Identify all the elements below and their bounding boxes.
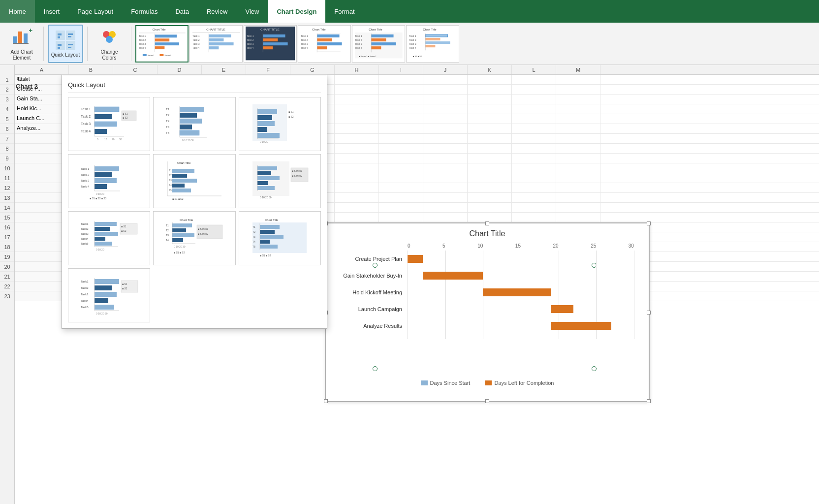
cell-15-7[interactable] [335,213,379,222]
cell-4-8[interactable] [379,104,423,114]
cell-12-10[interactable] [468,183,512,192]
cell-10-11[interactable] [512,163,556,173]
cell-14-12[interactable] [556,203,600,212]
ql-item-8[interactable]: Chart Title T1 T2 T3 T4 [153,211,235,265]
cell-8-8[interactable] [379,144,423,153]
cell-8-0[interactable] [15,144,69,153]
cell-9-8[interactable] [379,154,423,163]
cell-3-8[interactable] [379,94,423,104]
cell-4-12[interactable] [556,104,600,114]
cell-13-10[interactable] [468,193,512,202]
cell-2-9[interactable] [423,85,468,94]
tab-review[interactable]: Review [198,0,237,23]
tab-page-layout[interactable]: Page Layout [68,0,122,23]
ql-item-1[interactable]: Task 1 Task 2 Task 3 Task 4 ■ S1 ■ S2 0 … [68,97,150,151]
cell-14-10[interactable] [468,203,512,212]
cell-9-7[interactable] [335,154,379,163]
ql-item-7[interactable]: Task1 Task2 Task3 Task4 Task5 ■ S1 ■ S2 … [68,211,150,265]
cell-5-12[interactable] [556,114,600,124]
cell-8-11[interactable] [512,144,556,153]
tab-home[interactable]: Home [0,0,35,23]
cell-11-10[interactable] [468,173,512,183]
tab-data[interactable]: Data [166,0,197,23]
cell-8-10[interactable] [468,144,512,153]
cell-4-0[interactable]: Hold Kic... [15,104,69,114]
cell-2-8[interactable] [379,85,423,94]
cell-9-10[interactable] [468,154,512,163]
cell-8-9[interactable] [423,144,468,153]
ql-item-4[interactable]: Task 1 Task 2 Task 3 Task 4 0 10 20 ■ S1… [68,154,150,208]
cell-7-12[interactable] [556,134,600,143]
cell-14-8[interactable] [379,203,423,212]
cell-5-11[interactable] [512,114,556,124]
cell-7-9[interactable] [423,134,468,143]
cell-3-0[interactable]: Gain Sta... [15,94,69,104]
cell-3-9[interactable] [423,94,468,104]
cell-4-7[interactable] [335,104,379,114]
cell-10-7[interactable] [335,163,379,173]
cell-2-12[interactable] [556,85,600,94]
chart-style-5[interactable]: Chart Title Task 1 Task 2 Task 3 Task 4 … [352,25,405,63]
ql-item-6[interactable]: ■ Series1 ■ Series2 0 10 20 30 [239,154,321,208]
cell-18-0[interactable] [15,242,69,252]
cell-14-11[interactable] [512,203,556,212]
cell-3-10[interactable] [468,94,512,104]
cell-3-12[interactable] [556,94,600,104]
chart-style-4[interactable]: Chart Title Task 1 Task 2 Task 3 Task 4 [298,25,351,63]
cell-12-7[interactable] [335,183,379,192]
ql-item-10[interactable]: Task1 Task2 Task3 Task4 Task5 ■ S1 ■ S2 … [68,268,150,322]
cell-4-9[interactable] [423,104,468,114]
cell-17-0[interactable] [15,232,69,242]
cell-23-0[interactable] [15,291,69,301]
cell-5-10[interactable] [468,114,512,124]
change-colors-button[interactable]: ChangeColors [92,25,127,63]
chart-style-6[interactable]: Chart Title Task 1 Task 2 Task 3 Task 4 … [406,25,459,63]
cell-13-12[interactable] [556,193,600,202]
cell-1-9[interactable] [423,75,468,84]
cell-6-0[interactable]: Analyze... [15,124,69,133]
cell-2-10[interactable] [468,85,512,94]
cell-6-9[interactable] [423,124,468,133]
cell-12-9[interactable] [423,183,468,192]
chart-style-1[interactable]: Chart Title Task 1 Task 2 Task 3 Task 4 … [135,25,189,63]
resize-handle-tc[interactable] [485,221,489,225]
cell-11-9[interactable] [423,173,468,183]
cell-5-8[interactable] [379,114,423,124]
cell-10-0[interactable] [15,163,69,173]
cell-5-0[interactable]: Launch C... [15,114,69,124]
cell-13-9[interactable] [423,193,468,202]
cell-13-8[interactable] [379,193,423,202]
cell-5-7[interactable] [335,114,379,124]
cell-22-0[interactable] [15,282,69,291]
cell-12-0[interactable] [15,183,69,192]
cell-14-9[interactable] [423,203,468,212]
cell-10-12[interactable] [556,163,600,173]
cell-1-12[interactable] [556,75,600,84]
cell-6-10[interactable] [468,124,512,133]
cell-19-0[interactable] [15,252,69,261]
cell-3-11[interactable] [512,94,556,104]
cell-7-11[interactable] [512,134,556,143]
cell-14-7[interactable] [335,203,379,212]
cell-15-0[interactable] [15,213,69,222]
cell-12-11[interactable] [512,183,556,192]
cell-6-8[interactable] [379,124,423,133]
cell-7-8[interactable] [379,134,423,143]
resize-handle-bc[interactable] [485,399,489,403]
cell-15-9[interactable] [423,213,468,222]
tab-insert[interactable]: Insert [35,0,69,23]
cell-9-11[interactable] [512,154,556,163]
cell-7-10[interactable] [468,134,512,143]
cell-4-11[interactable] [512,104,556,114]
cell-1-7[interactable] [335,75,379,84]
cell-9-12[interactable] [556,154,600,163]
cell-9-0[interactable] [15,154,69,163]
cell-5-9[interactable] [423,114,468,124]
cell-7-0[interactable] [15,134,69,143]
cell-6-7[interactable] [335,124,379,133]
cell-4-10[interactable] [468,104,512,114]
cell-8-7[interactable] [335,144,379,153]
cell-10-8[interactable] [379,163,423,173]
cell-15-8[interactable] [379,213,423,222]
cell-11-0[interactable] [15,173,69,183]
